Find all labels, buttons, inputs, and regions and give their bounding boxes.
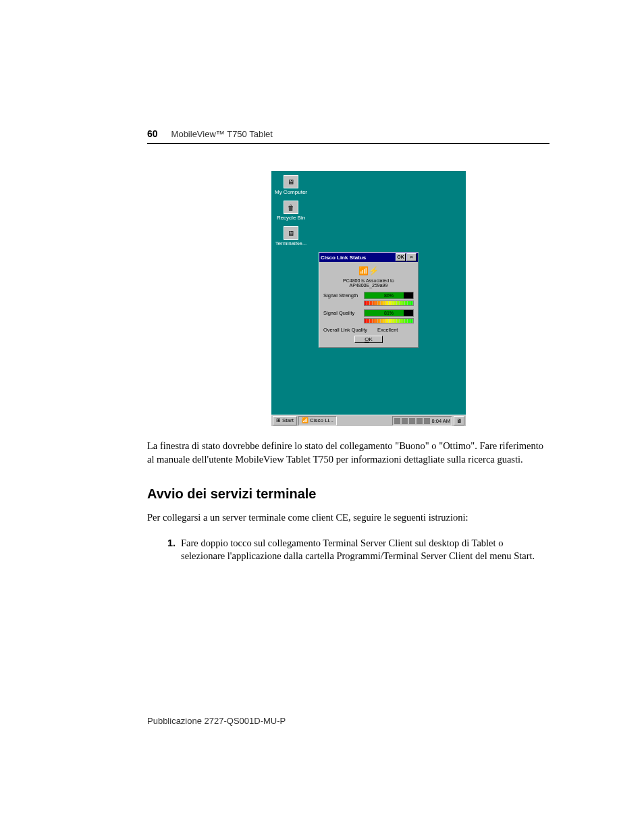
terminal-icon: 🖥 — [284, 226, 298, 240]
computer-icon: 🖥 — [284, 175, 298, 188]
desktop-icon-terminal-server[interactable]: 🖥 TerminalSe... — [274, 226, 308, 246]
app-icon: 📶 — [302, 417, 308, 425]
page-header: 60 MobileView™ T750 Tablet — [147, 128, 549, 144]
signal-strength-bar: 86% — [364, 292, 414, 299]
ok-button[interactable]: OK — [354, 336, 383, 343]
start-button[interactable]: ⊞ Start — [273, 416, 297, 425]
dialog-title-text: Cisco Link Status — [321, 255, 395, 261]
signal-quality-bar: 81% — [364, 309, 414, 317]
windows-logo-icon: ⊞ — [276, 417, 281, 425]
signal-strength-row: Signal Strength 86% — [323, 292, 414, 299]
taskbar-item-label: Cisco Li... — [310, 417, 333, 425]
taskbar: ⊞ Start 📶 Cisco Li... 8:04 AM 🖥 — [271, 415, 466, 426]
signal-strength-label: Signal Strength — [323, 292, 364, 298]
wince-desktop: 🖥 My Computer 🗑 Recycle Bin 🖥 TerminalSe… — [271, 171, 466, 426]
desktop-icon-label: Recycle Bin — [274, 215, 308, 221]
desktop-icon-label: My Computer — [274, 190, 308, 195]
screenshot-figure: 🖥 My Computer 🗑 Recycle Bin 🖥 TerminalSe… — [188, 171, 549, 426]
overall-label: Overall Link Quality — [323, 327, 377, 333]
show-desktop-button[interactable]: 🖥 — [454, 416, 464, 425]
section-heading: Avvio dei servizi terminale — [147, 486, 549, 502]
page-number: 60 — [147, 128, 158, 139]
cisco-link-status-dialog: Cisco Link Status OK × 📶⚡ PC4800 is Asso… — [319, 252, 419, 348]
desktop-icon: 🖥 — [456, 418, 462, 424]
publication-footer: Pubblicazione 2727-QS001D-MU-P — [147, 716, 286, 726]
tray-icon[interactable] — [394, 418, 400, 424]
overall-link-quality-row: Overall Link Quality Excellent — [323, 327, 414, 333]
taskbar-item-cisco[interactable]: 📶 Cisco Li... — [298, 416, 337, 425]
clock[interactable]: 8:04 AM — [431, 418, 450, 424]
header-title: MobileView™ T750 Tablet — [171, 129, 273, 139]
desktop-icon-recycle-bin[interactable]: 🗑 Recycle Bin — [274, 201, 308, 221]
caption-paragraph: La finestra di stato dovrebbe definire l… — [147, 440, 549, 466]
instruction-paragraph: Per collegarsi a un server terminale com… — [147, 511, 549, 525]
steps-list: Fare doppio tocco sul collegamento Termi… — [159, 537, 549, 563]
dialog-titlebar[interactable]: Cisco Link Status OK × — [319, 253, 418, 262]
desktop-icon-label: TerminalSe... — [274, 241, 308, 246]
quality-scale — [364, 318, 414, 323]
tray-icon[interactable] — [424, 418, 430, 424]
ok-title-button[interactable]: OK — [396, 253, 406, 261]
overall-value: Excellent — [377, 327, 398, 333]
recycle-bin-icon: 🗑 — [284, 201, 298, 214]
step-item: Fare doppio tocco sul collegamento Termi… — [178, 537, 549, 563]
signal-quality-label: Signal Quality — [323, 310, 364, 316]
system-tray[interactable]: 8:04 AM — [392, 416, 452, 425]
start-label: Start — [282, 417, 294, 425]
association-text: PC4800 is Associated to AP4800E_259a99 — [323, 278, 414, 288]
tray-icon[interactable] — [417, 418, 423, 424]
strength-scale — [364, 301, 414, 306]
close-icon[interactable]: × — [406, 253, 417, 261]
tray-icon[interactable] — [409, 418, 415, 424]
signal-quality-row: Signal Quality 81% — [323, 309, 414, 317]
tray-icon[interactable] — [402, 418, 408, 424]
link-icon: 📶⚡ — [323, 266, 414, 276]
desktop-icon-my-computer[interactable]: 🖥 My Computer — [274, 175, 308, 195]
